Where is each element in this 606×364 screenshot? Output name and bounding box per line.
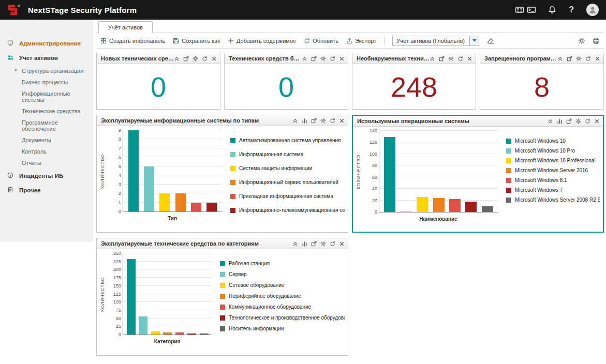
- grid-button[interactable]: Создать инфопанель: [100, 38, 165, 44]
- collapse-icon[interactable]: [557, 56, 563, 62]
- legend-item[interactable]: Сетевое оборудование: [220, 282, 344, 288]
- gear-icon[interactable]: [320, 118, 326, 124]
- sidebar-subitem[interactable]: Документы: [0, 134, 93, 146]
- refresh-icon[interactable]: [330, 56, 335, 62]
- sidebar-item-admin[interactable]: Администрирование: [0, 36, 93, 51]
- legend-item[interactable]: Информационный сервис пользователей: [230, 179, 344, 185]
- sidebar-subitem[interactable]: ▸Структура организации: [0, 65, 93, 77]
- gear-icon[interactable]: [320, 241, 326, 247]
- popout-icon[interactable]: [311, 241, 317, 247]
- bar: [127, 259, 136, 335]
- sidebar-subitem[interactable]: Отчеты: [0, 157, 93, 169]
- avatar[interactable]: [586, 4, 599, 16]
- legend-item[interactable]: Рабочая станция: [220, 261, 344, 266]
- popout-icon[interactable]: [567, 56, 572, 62]
- legend-item[interactable]: Сервер: [220, 271, 344, 277]
- close-icon[interactable]: [467, 56, 472, 62]
- collapse-icon[interactable]: [302, 56, 307, 62]
- collapse-icon[interactable]: [292, 241, 298, 247]
- close-icon[interactable]: [594, 118, 600, 124]
- refresh-icon[interactable]: [585, 56, 591, 62]
- eraser-icon[interactable]: [487, 37, 494, 44]
- toolbar-button-label: Обновить: [313, 38, 338, 44]
- gear-icon[interactable]: [448, 56, 454, 62]
- toolbar-button-label: Экспорт: [355, 38, 376, 44]
- legend-item[interactable]: Прикладная информационная система: [230, 193, 344, 199]
- legend-item[interactable]: Система защиты информации: [230, 165, 344, 171]
- collapse-icon[interactable]: [548, 118, 553, 124]
- save-button[interactable]: Сохранить как: [173, 38, 220, 44]
- close-icon[interactable]: [595, 56, 600, 62]
- gear-icon[interactable]: [575, 118, 581, 124]
- refresh-button[interactable]: Обновить: [304, 38, 338, 44]
- popout-icon[interactable]: [566, 118, 572, 124]
- legend-item[interactable]: Microsoft Windows Server 2008 R2 Enterpr…: [506, 197, 599, 203]
- chart-icon[interactable]: [557, 118, 563, 124]
- sidebar-subitem[interactable]: Технические средства: [0, 105, 93, 117]
- refresh-icon[interactable]: [457, 56, 463, 62]
- close-icon[interactable]: [211, 56, 217, 62]
- refresh-icon[interactable]: [202, 56, 208, 62]
- chevron-down-icon[interactable]: [469, 36, 479, 46]
- popout-icon[interactable]: [183, 56, 189, 62]
- legend-label: Система защиты информации: [239, 165, 312, 171]
- sidebar-item-other[interactable]: Прочее: [0, 183, 93, 198]
- popout-icon[interactable]: [311, 118, 317, 124]
- terminal-icon[interactable]: [527, 6, 536, 14]
- sidebar-item-assets[interactable]: Учет активов: [0, 51, 93, 65]
- close-icon[interactable]: [339, 241, 345, 247]
- collapse-icon[interactable]: [174, 56, 180, 62]
- print-icon[interactable]: [593, 37, 600, 44]
- dashboard-select[interactable]: Учёт активов (Глобально): [392, 36, 479, 46]
- y-tick-label: 50: [107, 316, 121, 321]
- legend-item[interactable]: Автоматизированная система управления: [230, 138, 344, 143]
- legend-item[interactable]: Microsoft Windows 10 Pro: [506, 148, 599, 154]
- bar: [144, 166, 154, 211]
- y-tick-label: 2: [107, 191, 121, 196]
- legend-item[interactable]: Носитель информации: [220, 326, 344, 331]
- gear-icon[interactable]: [576, 56, 582, 62]
- tab-asset-accounting[interactable]: Учёт активов: [98, 21, 153, 33]
- chart-icon[interactable]: [302, 241, 307, 247]
- legend-item[interactable]: Информационно-телекоммуникационная сеть: [230, 207, 344, 213]
- popout-icon[interactable]: [439, 56, 445, 62]
- legend-item[interactable]: Коммуникационное оборудование: [220, 304, 344, 310]
- sidebar-subitem[interactable]: Программное обеспечение: [0, 117, 93, 134]
- export-button[interactable]: Экспорт: [346, 38, 376, 44]
- sidebar-subitem[interactable]: Бизнес-процессы: [0, 77, 93, 88]
- sidebar-item-incidents[interactable]: Инциденты ИБ: [0, 169, 93, 183]
- collapse-icon[interactable]: [292, 118, 298, 124]
- legend-item[interactable]: Microsoft Windows 10 Professional: [506, 158, 599, 163]
- gear-icon[interactable]: [193, 56, 198, 62]
- close-icon[interactable]: [339, 56, 345, 62]
- widget-title: Используемые операционные системы: [356, 118, 548, 124]
- gear-icon[interactable]: [320, 56, 326, 62]
- refresh-icon[interactable]: [585, 118, 590, 124]
- sidebar-subitem[interactable]: Информационные системы: [0, 88, 93, 105]
- sidebar-subitem[interactable]: Контроль: [0, 146, 93, 157]
- legend-item[interactable]: Периферийное оборудование: [220, 293, 344, 299]
- legend-item[interactable]: Microsoft Windows 10: [506, 138, 599, 144]
- close-icon[interactable]: [339, 118, 345, 124]
- legend-item[interactable]: Технологическое и производственное обору…: [220, 315, 344, 321]
- collapse-icon[interactable]: [430, 56, 435, 62]
- legend-item[interactable]: Информационная система: [230, 151, 344, 157]
- legend-item[interactable]: Microsoft Windows 7: [506, 187, 599, 193]
- bell-icon[interactable]: [548, 6, 556, 14]
- chart-icon[interactable]: [302, 118, 307, 124]
- refresh-icon[interactable]: [330, 241, 335, 247]
- gear-icon[interactable]: [578, 37, 585, 44]
- bar: [175, 332, 184, 335]
- popout-icon[interactable]: [311, 56, 317, 62]
- y-tick-label: 1: [107, 200, 121, 205]
- y-tick-label: 100: [107, 299, 121, 305]
- help-icon[interactable]: ?: [569, 5, 574, 14]
- legend-item[interactable]: Microsoft Windows 8.1: [506, 177, 599, 183]
- plus-button[interactable]: Добавить содержимое: [228, 38, 296, 44]
- dashboard: Новых технических средств0Технических ср…: [96, 49, 604, 356]
- language-icon[interactable]: [515, 6, 524, 14]
- refresh-icon[interactable]: [330, 118, 335, 124]
- chevron-right-icon[interactable]: ▸: [15, 67, 18, 72]
- legend-item[interactable]: Microsoft Windows Server 2016: [506, 168, 599, 173]
- y-axis-label: КОЛИЧЕСТВО: [356, 131, 361, 213]
